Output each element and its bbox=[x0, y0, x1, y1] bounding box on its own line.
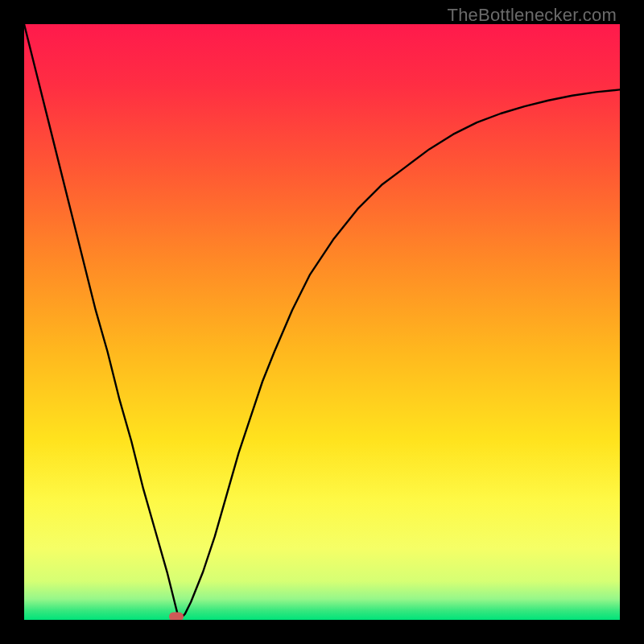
chart-container: TheBottleneсker.com bbox=[0, 0, 644, 644]
watermark-text: TheBottleneсker.com bbox=[448, 5, 617, 26]
plot-area bbox=[24, 24, 620, 620]
optimal-point-marker bbox=[169, 613, 184, 620]
bottleneck-curve bbox=[24, 24, 620, 620]
